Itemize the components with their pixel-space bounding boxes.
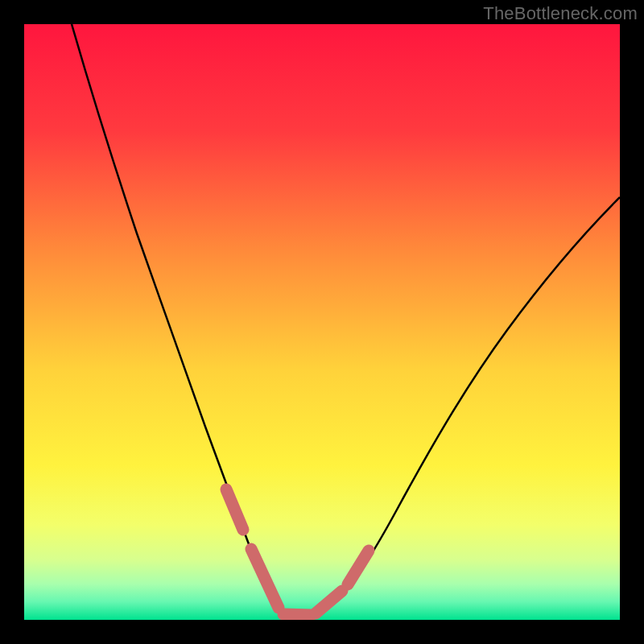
gradient-background — [24, 24, 620, 620]
chart-svg — [24, 24, 620, 620]
watermark-text: TheBottleneck.com — [483, 3, 638, 24]
marker-seg-3 — [283, 614, 311, 615]
plot-area — [24, 24, 620, 620]
chart-frame: TheBottleneck.com — [0, 0, 644, 644]
